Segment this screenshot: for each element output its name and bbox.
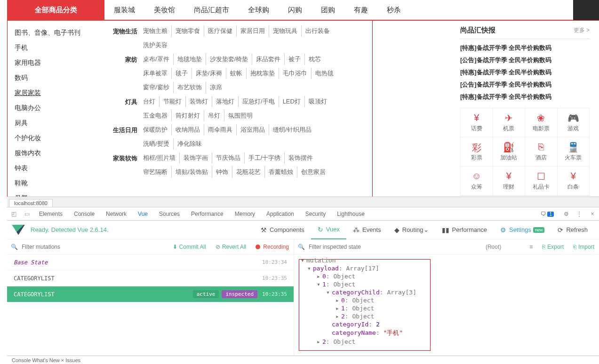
- sidebar-item[interactable]: 钟表: [15, 161, 104, 176]
- sidebar-item[interactable]: 个护化妆: [15, 131, 104, 146]
- devtools-tab-console[interactable]: Console: [68, 211, 100, 217]
- devtools-tab-vue[interactable]: Vue: [132, 211, 153, 217]
- mutation-row[interactable]: CATEGORYLIST10:23:35: [7, 270, 294, 286]
- mutation-row[interactable]: CATEGORYLISTactiveinspected10:23:35: [7, 286, 294, 302]
- devtools-tab-elements[interactable]: Elements: [33, 211, 68, 217]
- mega-link[interactable]: 沙发垫套/椅垫: [206, 54, 252, 65]
- service-彩票[interactable]: 彩彩票: [461, 137, 493, 166]
- topnav-item[interactable]: 全球购: [239, 0, 279, 20]
- filter-icon[interactable]: ≡: [525, 244, 537, 250]
- mega-link[interactable]: 宠物零食: [171, 25, 204, 37]
- mega-link[interactable]: 枕芯: [304, 54, 325, 65]
- mega-link[interactable]: 钟饰: [212, 166, 232, 178]
- mega-link[interactable]: 毛巾浴巾: [279, 68, 311, 79]
- news-item[interactable]: [特惠]备战开学季 全民半价购数码: [460, 66, 590, 79]
- mega-link[interactable]: 凉席: [206, 82, 226, 93]
- mega-link[interactable]: 吊灯: [204, 110, 224, 121]
- devtools-tab-security[interactable]: Security: [300, 211, 331, 217]
- topnav-item[interactable]: 有趣: [344, 0, 377, 20]
- news-item[interactable]: [特惠]备战开学季 全民半价购数码: [460, 91, 590, 103]
- news-item[interactable]: [公告]备战开学季 全民半价购数码: [460, 54, 590, 66]
- vuex-tab[interactable]: ↻Vuex: [311, 221, 346, 239]
- devtools-tab-performance[interactable]: Performance: [185, 211, 229, 217]
- news-item[interactable]: [公告]备战开学季 全民半价购数码: [460, 79, 590, 91]
- mega-link[interactable]: 墙贴/装饰贴: [171, 166, 212, 178]
- mega-link[interactable]: LED灯: [279, 96, 304, 107]
- mega-link[interactable]: 家居日用: [236, 25, 269, 37]
- events-tab[interactable]: ⁂Events: [346, 221, 388, 239]
- topnav-item[interactable]: 美妆馆: [144, 0, 184, 20]
- service-礼品卡[interactable]: ☐礼品卡: [525, 166, 558, 196]
- mega-link[interactable]: 窗帘/窗纱: [143, 82, 173, 93]
- sidebar-item[interactable]: 家居家装: [15, 86, 104, 101]
- sidebar-item[interactable]: 厨具: [15, 116, 104, 131]
- mega-link[interactable]: 出行装备: [301, 25, 334, 37]
- service-加油站[interactable]: ⛽加油站: [493, 137, 526, 166]
- service-白条[interactable]: ¥白条: [558, 166, 590, 196]
- mega-link[interactable]: 宠物主粮: [143, 25, 171, 37]
- topnav-item[interactable]: 服装城: [104, 0, 144, 20]
- filter-state-input[interactable]: [309, 244, 481, 250]
- topnav-item[interactable]: 尚品汇超市: [184, 0, 239, 20]
- drawer-tabs[interactable]: Console What's New × Issues: [12, 357, 80, 363]
- revert-all-button[interactable]: ⊘ Revert All: [211, 244, 251, 250]
- mega-link[interactable]: 相框/照片墙: [143, 152, 179, 164]
- mega-link[interactable]: 浴室用品: [236, 124, 269, 135]
- service-游戏[interactable]: 🎮游戏: [558, 108, 590, 137]
- sidebar-item[interactable]: 母婴: [15, 191, 104, 197]
- topnav-item[interactable]: 秒杀: [377, 0, 410, 20]
- mega-link[interactable]: 装饰灯: [185, 96, 212, 107]
- settings-tab[interactable]: ⚙Settingsnew: [494, 221, 551, 239]
- mega-link[interactable]: 宠物玩具: [269, 25, 301, 37]
- service-火车票[interactable]: 🚆火车票: [558, 137, 590, 166]
- mega-link[interactable]: 创意家居: [297, 166, 329, 178]
- recording-indicator[interactable]: Recording: [251, 244, 294, 250]
- service-机票[interactable]: ✈机票: [493, 108, 526, 137]
- mega-link[interactable]: 雨伞雨具: [204, 124, 236, 135]
- mega-link[interactable]: 床单被罩: [143, 68, 171, 79]
- mega-link[interactable]: 被子: [284, 54, 304, 65]
- devtools-tab-lighthouse[interactable]: Lighthouse: [331, 211, 370, 217]
- sidebar-item[interactable]: 鞋靴: [15, 176, 104, 191]
- performance-tab[interactable]: ▮▮Performance: [435, 221, 494, 239]
- sidebar-item[interactable]: 图书、音像、电子书刊: [15, 25, 104, 40]
- mega-link[interactable]: 应急灯/手电: [238, 96, 279, 107]
- service-话费[interactable]: ¥话费: [461, 108, 493, 137]
- sidebar-item[interactable]: 电脑办公: [15, 101, 104, 116]
- service-电影票[interactable]: ❀电影票: [525, 108, 558, 137]
- devtools-tab-network[interactable]: Network: [100, 211, 132, 217]
- sidebar-item[interactable]: 数码: [15, 71, 104, 86]
- devtools-tab-memory[interactable]: Memory: [229, 211, 261, 217]
- mega-link[interactable]: 落地灯: [212, 96, 238, 107]
- settings-gear-icon[interactable]: ⚙: [559, 211, 573, 217]
- devtools-tab-sources[interactable]: Sources: [153, 211, 185, 217]
- mega-link[interactable]: 节庆饰品: [212, 152, 244, 164]
- all-categories-button[interactable]: 全部商品分类: [7, 0, 104, 20]
- issues-badge[interactable]: 🗨1: [535, 211, 559, 217]
- mega-link[interactable]: 装饰字画: [179, 152, 212, 164]
- mega-link[interactable]: 净化除味: [173, 138, 206, 150]
- mega-link[interactable]: 帘艺隔断: [143, 166, 171, 178]
- news-item[interactable]: [特惠]备战开学季 全民半价购数码: [460, 42, 590, 54]
- inspect-icon[interactable]: ◰: [7, 211, 20, 217]
- mega-link[interactable]: 筒灯射灯: [171, 110, 204, 121]
- mega-link[interactable]: 床品套件: [252, 54, 284, 65]
- topnav-item[interactable]: 团购: [311, 0, 344, 20]
- mega-link[interactable]: 收纳用品: [171, 124, 204, 135]
- mega-link[interactable]: 地毯地垫: [173, 54, 206, 65]
- mega-link[interactable]: 洗晒/熨烫: [143, 138, 173, 150]
- mega-link[interactable]: 五金电器: [143, 110, 171, 121]
- mega-link[interactable]: 手工/十字绣: [244, 152, 285, 164]
- news-more-link[interactable]: 更多 >: [574, 26, 590, 34]
- mega-link[interactable]: 毯子: [171, 68, 192, 79]
- mutation-row[interactable]: Base State10:23:34: [7, 254, 294, 270]
- root-selector[interactable]: (Root): [481, 244, 506, 250]
- sidebar-item[interactable]: 家用电器: [15, 55, 104, 71]
- filter-mutations-input[interactable]: [22, 244, 168, 250]
- service-众筹[interactable]: ☺众筹: [461, 166, 493, 196]
- mega-link[interactable]: 医疗保健: [204, 25, 236, 37]
- sidebar-item[interactable]: 手机: [15, 40, 104, 55]
- mega-link[interactable]: 缝纫/针织用品: [269, 124, 315, 135]
- components-tab[interactable]: ⚒Components: [254, 221, 311, 239]
- more-icon[interactable]: ⋮: [573, 211, 586, 217]
